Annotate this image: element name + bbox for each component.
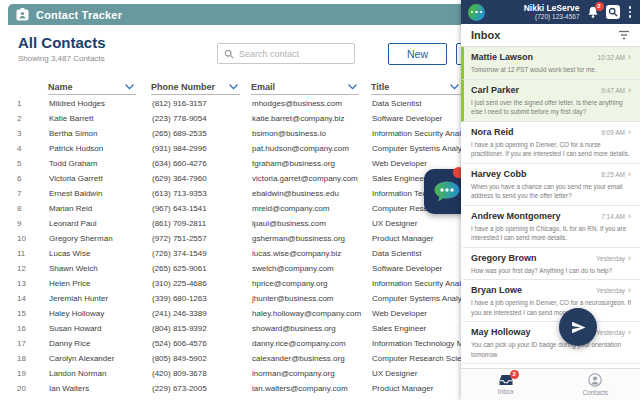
cell-email: lpaul@business.com <box>252 216 370 231</box>
cell-email: mhodges@business.com <box>252 96 370 111</box>
message-snippet: When you have a chance can you send me y… <box>471 182 631 201</box>
cell-email: jhunter@business.com <box>252 291 370 306</box>
send-icon <box>570 319 587 336</box>
cell-num: 17 <box>17 336 35 351</box>
search-icon <box>224 49 234 59</box>
inbox-tab-badge: 2 <box>510 370 519 379</box>
chevron-down-icon[interactable] <box>125 84 134 90</box>
notifications-button[interactable]: 2 <box>587 6 599 19</box>
table-row[interactable]: 19Landon Norman(420) 809-3678lnorman@com… <box>0 366 461 381</box>
cell-num: 9 <box>17 216 35 231</box>
contact-table-body: 1Mildred Hodges(812) 916-3157mhodges@bus… <box>0 96 461 398</box>
message-item[interactable]: May HollowayYesterday›You can pick up yo… <box>461 322 640 364</box>
chevron-right-icon: › <box>628 86 631 95</box>
table-row[interactable]: 15Haley Holloway(241) 246-3389haley.holl… <box>0 306 461 321</box>
table-row[interactable]: 4Patrick Hudson(931) 984-2996pat.hudson@… <box>0 141 461 156</box>
cell-name: Haley Holloway <box>49 306 148 321</box>
chevron-down-icon[interactable] <box>229 84 238 90</box>
table-row[interactable]: 7Ernest Baldwin(613) 713-9353ebaldwin@bu… <box>0 186 461 201</box>
message-sender: Gregory Brown <box>471 253 537 263</box>
cell-email: ian.walters@company.com <box>252 381 370 396</box>
table-row[interactable]: 20Ian Walters(229) 673-2005ian.walters@c… <box>0 381 461 396</box>
column-header-title[interactable]: Title <box>371 79 461 95</box>
cell-email: hprice@company.org <box>252 276 370 291</box>
chevron-down-icon[interactable] <box>450 84 459 90</box>
search-messages-button[interactable] <box>606 5 620 19</box>
chevron-down-icon[interactable] <box>348 84 357 90</box>
send-message-button[interactable] <box>559 308 597 346</box>
message-item[interactable]: Bryan LoweYesterday›I have a job opening… <box>461 280 640 322</box>
message-item[interactable]: Harvey Cobb8:25 AM›When you have a chanc… <box>461 164 640 206</box>
message-snippet: How was your first day? Anything I can d… <box>471 266 631 276</box>
table-row[interactable]: 16Susan Howard(804) 815-9392showard@busi… <box>0 321 461 336</box>
column-label: Name <box>48 82 73 92</box>
inbox-title: Inbox <box>471 29 500 41</box>
cell-email: katie.barret@company.biz <box>252 111 370 126</box>
cell-phone: (524) 606-4576 <box>152 336 248 351</box>
table-row[interactable]: 3Bertha Simon(265) 689-2535bsimon@busine… <box>0 126 461 141</box>
cell-email: lucas.wise@company.biz <box>252 246 370 261</box>
table-row[interactable]: 8Marian Reid(967) 643-1541mreid@company.… <box>0 201 461 216</box>
table-row[interactable]: 5Todd Graham(634) 660-4276tgraham@busine… <box>0 156 461 171</box>
cell-title: Data Scientist <box>372 96 461 111</box>
cell-title: Computer Systems Analyst <box>372 141 461 156</box>
column-header-name[interactable]: Name <box>48 79 136 95</box>
column-header-phone[interactable]: Phone Number <box>151 79 240 95</box>
cell-name: Carolyn Alexander <box>49 351 148 366</box>
cell-num: 2 <box>17 111 35 126</box>
tab-contacts[interactable]: Contacts <box>551 369 640 400</box>
contact-count: Showing 3,487 Contacts <box>18 54 105 63</box>
cell-phone: (931) 984-2996 <box>152 141 248 156</box>
cell-name: Katie Barrett <box>49 111 148 126</box>
message-item[interactable]: Mattie Lawson10:32 AM›Tomorrow at 12 PST… <box>461 47 640 80</box>
cell-email: victoria.garret@company.com <box>252 171 370 186</box>
cell-title: Web Developer <box>372 306 461 321</box>
menu-kebab-button[interactable] <box>627 6 634 18</box>
table-row[interactable]: 1Mildred Hodges(812) 916-3157mhodges@bus… <box>0 96 461 111</box>
cell-num: 11 <box>17 246 35 261</box>
table-row[interactable]: 18Carolyn Alexander(805) 849-5902calexan… <box>0 351 461 366</box>
table-row[interactable]: 13Helen Price(310) 225-4686hprice@compan… <box>0 276 461 291</box>
message-list: Mattie Lawson10:32 AM›Tomorrow at 12 PST… <box>461 47 640 368</box>
cell-email: lnorman@company.org <box>252 366 370 381</box>
table-row[interactable]: 10Gregory Sherman(972) 751-2557gsherman@… <box>0 231 461 246</box>
table-row[interactable]: 17Danny Rice(524) 606-4576danny.rice@com… <box>0 336 461 351</box>
cell-title: UX Designer <box>372 216 461 231</box>
cell-email: tgraham@business.org <box>252 156 370 171</box>
cell-title: UX Designer <box>372 366 461 381</box>
column-label: Phone Number <box>151 82 215 92</box>
chevron-right-icon: › <box>628 170 631 179</box>
table-row[interactable]: 2Katie Barrett(223) 778-9054katie.barret… <box>0 111 461 126</box>
table-row[interactable]: 14Jeremiah Hunter(339) 680-1263jhunter@b… <box>0 291 461 306</box>
table-row[interactable]: 6Victoria Garrett(629) 364-7960victoria.… <box>0 171 461 186</box>
table-row[interactable]: 11Lucas Wise(726) 374-1549lucas.wise@com… <box>0 246 461 261</box>
message-time: 9:47 AM <box>601 87 625 94</box>
message-item[interactable]: Nora Reid9:09 AM›I have a job opening in… <box>461 122 640 164</box>
table-row[interactable]: 9Leonard Paul(861) 709-2811lpaul@busines… <box>0 216 461 231</box>
cell-title: Product Manager <box>372 381 461 396</box>
cell-name: Landon Norman <box>49 366 148 381</box>
message-item[interactable]: Gregory BrownYesterday›How was your firs… <box>461 248 640 281</box>
message-item[interactable]: Carl Parker9:47 AM›I just sent over the … <box>461 80 640 122</box>
search-contact-box[interactable] <box>217 43 355 64</box>
filter-button[interactable] <box>618 30 630 40</box>
new-contact-button[interactable]: New <box>388 43 447 65</box>
filter-icon <box>618 30 630 40</box>
cell-phone: (613) 713-9353 <box>152 186 248 201</box>
cell-phone: (804) 815-9392 <box>152 321 248 336</box>
chevron-right-icon: › <box>628 328 631 337</box>
search-contact-input[interactable] <box>239 49 348 59</box>
message-sender: Nora Reid <box>471 127 514 137</box>
cell-phone: (229) 673-2005 <box>152 381 248 396</box>
message-item[interactable]: Andrew Montgomery7:14 AM›I have a job op… <box>461 206 640 248</box>
column-header-email[interactable]: Email <box>251 79 359 95</box>
table-row[interactable]: 12Shawn Welch(265) 625-9061swelch@compan… <box>0 261 461 276</box>
cell-num: 8 <box>17 201 35 216</box>
message-snippet: You can pick up your ID badge during you… <box>471 340 631 359</box>
chat-widget-button[interactable] <box>424 169 461 214</box>
cell-email: calexander@business.org <box>252 351 370 366</box>
cell-name: Victoria Garrett <box>49 171 148 186</box>
cell-email: gsherman@bussiness.org <box>252 231 370 246</box>
message-snippet: I have a job opening in Denver, CO for a… <box>471 298 631 317</box>
tab-inbox[interactable]: 2 Inbox <box>461 369 551 400</box>
